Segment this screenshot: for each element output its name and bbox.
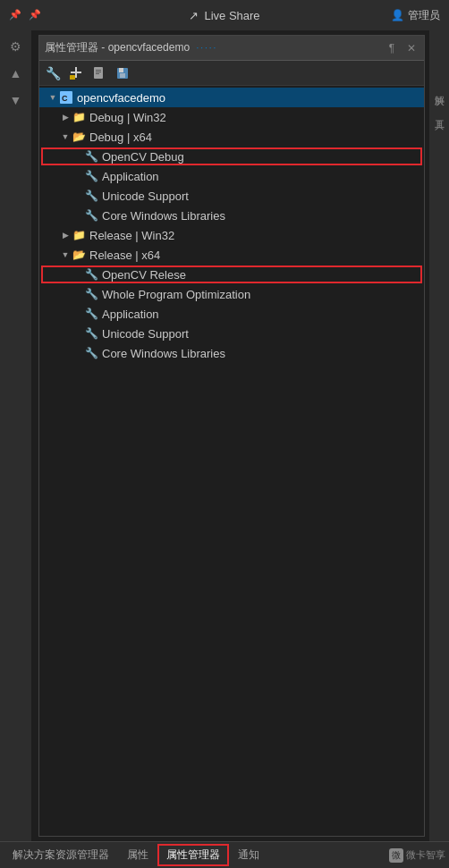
- core-win-2-label: Core Windows Libraries: [102, 347, 225, 360]
- liveshare-label: Live Share: [204, 9, 259, 22]
- debug-win32-arrow: [59, 111, 72, 123]
- config-icon-6: 🔧: [84, 287, 98, 301]
- svg-rect-5: [96, 72, 101, 72]
- main-content: 属性管理器 - opencvfacedemo ····· ¶ ✕ 🔧: [31, 30, 429, 841]
- status-tab-property-manager[interactable]: 属性管理器: [157, 844, 229, 866]
- debug-x64-arrow: [59, 131, 72, 143]
- config-icon-4: 🔧: [84, 208, 98, 223]
- pin-left-icon[interactable]: 📌: [9, 9, 21, 21]
- opencv-debug-label: OpenCV Debug: [102, 150, 184, 164]
- user-label: 管理员: [408, 8, 440, 23]
- folder-icon-3: 📁: [72, 228, 86, 242]
- debug-win32-label: Debug | Win32: [89, 111, 166, 124]
- right-tab-2[interactable]: 工具: [431, 109, 448, 116]
- status-tab-notifications[interactable]: 通知: [229, 844, 268, 866]
- user-icon: 👤: [391, 9, 404, 21]
- unicode-1-label: Unicode Support: [102, 190, 189, 203]
- sidebar-arrow-down-icon[interactable]: ▼: [4, 88, 29, 113]
- panel-close-button[interactable]: ✕: [404, 41, 419, 55]
- tree-root[interactable]: C opencvfacedemo: [39, 88, 424, 107]
- tree-item-whole-prog[interactable]: 🔧 Whole Program Optimization: [39, 284, 424, 304]
- config-icon-9: 🔧: [84, 346, 98, 360]
- top-bar-user: 👤 管理员: [391, 8, 440, 23]
- config-icon: 🔧: [84, 149, 98, 164]
- panel-controls: ¶ ✕: [385, 41, 419, 55]
- status-bar: 解决方案资源管理器 属性 属性管理器 通知 微 微卡智享: [0, 841, 449, 868]
- tree-item-opencv-debug[interactable]: 🔧 OpenCV Debug: [39, 147, 424, 166]
- application-2-label: Application: [102, 308, 159, 321]
- toolbar-wrench-button[interactable]: 🔧: [43, 63, 63, 83]
- debug-x64-label: Debug | x64: [89, 131, 152, 144]
- root-icon: C: [59, 90, 73, 105]
- svg-rect-1: [75, 67, 77, 78]
- tree-item-core-win-2[interactable]: 🔧 Core Windows Libraries: [39, 343, 424, 363]
- toolbar-save-button[interactable]: [113, 63, 132, 83]
- tree-item-debug-win32[interactable]: 📁 Debug | Win32: [39, 107, 424, 127]
- top-bar: 📌 📌 ↗ Live Share 👤 管理员: [0, 0, 449, 30]
- panel-dots: ·····: [196, 43, 217, 53]
- release-win32-label: Release | Win32: [89, 229, 174, 242]
- config-icon-7: 🔧: [84, 307, 98, 321]
- panel-pin-button[interactable]: ¶: [385, 41, 399, 55]
- whole-prog-label: Whole Program Optimization: [102, 288, 250, 301]
- svg-rect-4: [96, 70, 101, 71]
- svg-rect-3: [94, 67, 103, 79]
- svg-rect-2: [70, 75, 75, 80]
- svg-rect-9: [120, 73, 125, 78]
- status-wechat: 微 微卡智享: [389, 848, 445, 863]
- opencv-release-label: OpenCV Relese: [102, 268, 186, 282]
- config-icon-3: 🔧: [84, 189, 98, 203]
- sidebar-settings-icon[interactable]: ⚙: [4, 34, 29, 59]
- top-bar-title: ↗ Live Share: [189, 9, 259, 22]
- tree-item-unicode-2[interactable]: 🔧 Unicode Support: [39, 324, 424, 343]
- toolbar-page-button[interactable]: [89, 63, 109, 83]
- toolbar-add-button[interactable]: [66, 63, 86, 83]
- config-icon-8: 🔧: [84, 326, 98, 341]
- panel-tree[interactable]: C opencvfacedemo 📁 Debug | Win32 📂 Debug…: [39, 86, 424, 836]
- tree-item-unicode-1[interactable]: 🔧 Unicode Support: [39, 186, 424, 206]
- root-arrow: [47, 91, 59, 104]
- core-win-1-label: Core Windows Libraries: [102, 209, 225, 223]
- tree-item-opencv-release[interactable]: 🔧 OpenCV Relese: [39, 265, 424, 284]
- panel-title: 属性管理器 - opencvfacedemo ·····: [45, 40, 381, 55]
- status-tab-solution-explorer[interactable]: 解决方案资源管理器: [4, 844, 118, 866]
- left-sidebar: ⚙ ▲ ▼: [0, 30, 31, 841]
- panel-header: 属性管理器 - opencvfacedemo ····· ¶ ✕: [39, 36, 424, 61]
- sidebar-arrow-up-icon[interactable]: ▲: [4, 61, 29, 86]
- application-1-label: Application: [102, 170, 159, 183]
- root-label: opencvfacedemo: [77, 91, 165, 105]
- tree-item-core-win-1[interactable]: 🔧 Core Windows Libraries: [39, 206, 424, 225]
- tree-item-release-win32[interactable]: 📁 Release | Win32: [39, 225, 424, 245]
- tree-item-release-x64[interactable]: 📂 Release | x64: [39, 245, 424, 265]
- config-icon-2: 🔧: [84, 169, 98, 183]
- property-manager-panel: 属性管理器 - opencvfacedemo ····· ¶ ✕ 🔧: [38, 35, 425, 837]
- folder-icon: 📁: [72, 110, 86, 124]
- release-x64-label: Release | x64: [89, 249, 160, 262]
- wechat-label: 微卡智享: [406, 848, 445, 862]
- folder-open-icon: 📂: [72, 130, 86, 144]
- unicode-2-label: Unicode Support: [102, 327, 189, 341]
- svg-rect-6: [96, 73, 99, 74]
- right-sidebar: 解决 工具: [429, 30, 449, 841]
- status-tab-properties[interactable]: 属性: [118, 844, 157, 866]
- tree-item-application-1[interactable]: 🔧 Application: [39, 166, 424, 186]
- svg-rect-8: [119, 68, 123, 72]
- svg-text:C: C: [62, 94, 68, 103]
- config-icon-5: 🔧: [84, 267, 98, 282]
- panel-toolbar: 🔧: [39, 61, 424, 86]
- pin-right-icon[interactable]: 📌: [29, 9, 41, 21]
- folder-open-icon-2: 📂: [72, 248, 86, 262]
- tree-item-application-2[interactable]: 🔧 Application: [39, 304, 424, 324]
- tree-item-debug-x64[interactable]: 📂 Debug | x64: [39, 127, 424, 147]
- release-x64-arrow: [59, 249, 72, 261]
- release-win32-arrow: [59, 229, 72, 241]
- right-tab-1[interactable]: 解决: [431, 84, 448, 91]
- top-bar-left: 📌 📌: [9, 9, 41, 21]
- share-icon: ↗: [189, 9, 199, 22]
- panel-title-text: 属性管理器 - opencvfacedemo: [45, 41, 190, 54]
- wechat-icon: 微: [389, 848, 403, 863]
